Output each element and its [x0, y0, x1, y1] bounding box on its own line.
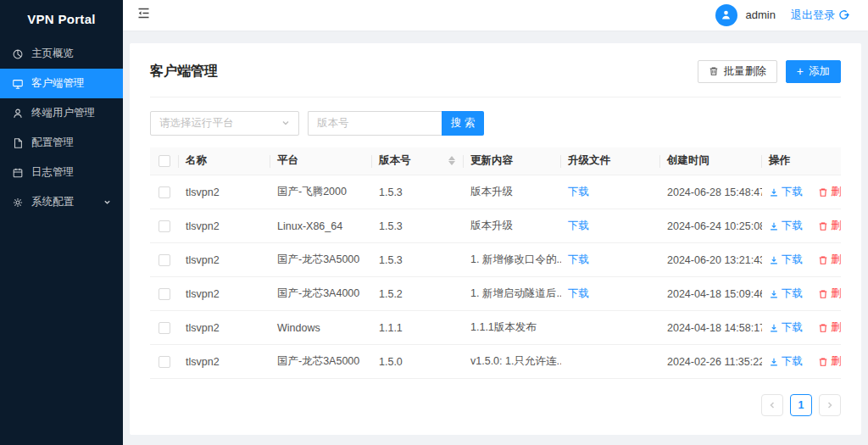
table-body: tlsvpn2国产-飞腾20001.5.3版本升级下载2024-06-28 15…	[150, 175, 841, 379]
cell-platform: 国产-龙芯3A5000	[270, 345, 372, 379]
row-checkbox[interactable]	[159, 356, 170, 368]
sidebar-item-home-overview[interactable]: 主页概览	[0, 39, 123, 69]
download-label: 下载	[782, 253, 803, 267]
row-checkbox[interactable]	[159, 322, 170, 334]
download-action[interactable]: 下载	[769, 185, 803, 199]
platform-select[interactable]: 请选择运行平台	[150, 111, 299, 136]
delete-label: 删除	[831, 185, 841, 199]
clients-table: 名称 平台 版本号 更新内容 升级文件 创建时	[150, 147, 841, 380]
sidebar-item-config-management[interactable]: 配置管理	[0, 128, 123, 158]
topbar-right: admin 退出登录	[715, 4, 849, 26]
download-action[interactable]: 下载	[769, 219, 803, 233]
sort-control[interactable]	[448, 156, 455, 165]
cell-platform: 国产-飞腾2000	[270, 175, 372, 209]
gear-icon	[12, 197, 24, 209]
desktop-icon	[12, 78, 24, 90]
upgrade-file-download-link[interactable]: 下载	[568, 287, 589, 299]
chevron-down-icon	[103, 198, 111, 206]
delete-action[interactable]: 删除	[818, 219, 841, 233]
client-management-card: 客户端管理 批量删除 + 添加 请选择运行平台	[130, 43, 861, 436]
user-avatar-icon	[715, 4, 737, 26]
upgrade-file-download-link[interactable]: 下载	[568, 220, 589, 231]
sidebar-item-system-config[interactable]: 系统配置	[0, 187, 123, 217]
cell-name: tlsvpn2	[179, 345, 270, 379]
cell-created-at: 2024-06-24 10:25:08	[660, 209, 762, 243]
delete-label: 删除	[831, 219, 841, 233]
download-action[interactable]: 下载	[769, 320, 803, 335]
row-checkbox[interactable]	[159, 220, 170, 232]
version-input[interactable]	[308, 111, 442, 136]
prev-page-button[interactable]	[761, 394, 783, 416]
cell-upgrade-file: 下载	[561, 175, 660, 209]
trash-icon	[818, 187, 828, 197]
delete-label: 删除	[831, 286, 841, 301]
cell-platform: 国产-龙芯3A4000	[270, 277, 372, 311]
delete-action[interactable]: 删除	[818, 354, 841, 369]
cell-platform: Linux-X86_64	[270, 209, 372, 243]
cell-upgrade-file	[561, 345, 660, 379]
batch-delete-label: 批量删除	[724, 64, 766, 79]
trash-icon	[818, 323, 828, 333]
sidebar-item-label: 客户端管理	[31, 76, 85, 91]
cell-platform: 国产-龙芯3A5000	[270, 243, 372, 277]
table-row: tlsvpn2Linux-X86_641.5.3版本升级下载2024-06-24…	[150, 209, 841, 243]
cell-update-content: v1.5.0: 1.只允许连...	[464, 345, 561, 379]
caret-up-icon	[448, 156, 455, 160]
upgrade-file-download-link[interactable]: 下载	[568, 186, 589, 197]
calendar-icon	[12, 167, 24, 179]
next-page-button[interactable]	[819, 394, 841, 416]
column-header-version-label: 版本号	[379, 153, 411, 168]
cell-name: tlsvpn2	[179, 243, 270, 277]
cell-upgrade-file: 下载	[561, 209, 660, 243]
column-header-platform: 平台	[270, 147, 372, 175]
delete-action[interactable]: 删除	[818, 253, 841, 267]
user-icon	[12, 108, 24, 120]
delete-action[interactable]: 删除	[818, 185, 841, 199]
download-label: 下载	[782, 320, 803, 335]
delete-label: 删除	[831, 253, 841, 267]
table-row: tlsvpn2国产-龙芯3A50001.5.0v1.5.0: 1.只允许连...…	[150, 345, 841, 379]
delete-action[interactable]: 删除	[818, 320, 841, 335]
cell-operations: 下载删除	[762, 209, 841, 243]
sidebar-item-end-user-management[interactable]: 终端用户管理	[0, 98, 123, 128]
download-label: 下载	[782, 185, 803, 199]
sidebar-menu: 主页概览 客户端管理 终端用户管理 配置管理	[0, 39, 123, 217]
delete-action[interactable]: 删除	[818, 286, 841, 301]
sidebar: VPN Portal 主页概览 客户端管理 终端用户管理	[0, 0, 123, 445]
sidebar-item-label: 系统配置	[31, 195, 74, 209]
sidebar-item-client-management[interactable]: 客户端管理	[0, 69, 123, 98]
cell-update-content: 版本升级	[464, 209, 561, 243]
content-area: 客户端管理 批量删除 + 添加 请选择运行平台	[123, 31, 868, 445]
select-all-checkbox[interactable]	[159, 155, 170, 167]
topbar: admin 退出登录	[123, 0, 868, 31]
plus-icon: +	[797, 65, 804, 77]
cell-created-at: 2024-02-26 11:35:22	[660, 345, 762, 379]
download-icon	[769, 255, 779, 265]
row-checkbox[interactable]	[159, 186, 170, 198]
cell-upgrade-file: 下载	[561, 243, 660, 277]
cell-operations: 下载删除	[762, 345, 841, 379]
page-number-button[interactable]: 1	[790, 394, 812, 416]
cell-upgrade-file: 下载	[561, 277, 660, 311]
menu-fold-icon[interactable]	[136, 6, 151, 24]
download-action[interactable]: 下载	[769, 253, 803, 267]
download-action[interactable]: 下载	[769, 286, 803, 301]
download-label: 下载	[782, 286, 803, 301]
row-checkbox[interactable]	[159, 288, 170, 300]
batch-delete-button[interactable]: 批量删除	[698, 60, 777, 83]
filter-row: 请选择运行平台 搜 索	[150, 111, 841, 136]
clients-table-wrap: 名称 平台 版本号 更新内容 升级文件 创建时	[150, 147, 841, 380]
search-button[interactable]: 搜 索	[442, 111, 484, 136]
cell-name: tlsvpn2	[179, 277, 270, 311]
sidebar-item-label: 配置管理	[31, 136, 74, 150]
download-action[interactable]: 下载	[769, 354, 803, 369]
cell-version: 1.5.3	[372, 175, 464, 209]
download-label: 下载	[782, 219, 803, 233]
row-checkbox[interactable]	[159, 254, 170, 266]
logout-button[interactable]: 退出登录	[791, 8, 849, 23]
column-header-operations: 操作	[762, 147, 841, 175]
add-button[interactable]: + 添加	[786, 60, 841, 83]
upgrade-file-download-link[interactable]: 下载	[568, 253, 589, 265]
sidebar-item-log-management[interactable]: 日志管理	[0, 158, 123, 187]
cell-upgrade-file	[561, 311, 660, 345]
